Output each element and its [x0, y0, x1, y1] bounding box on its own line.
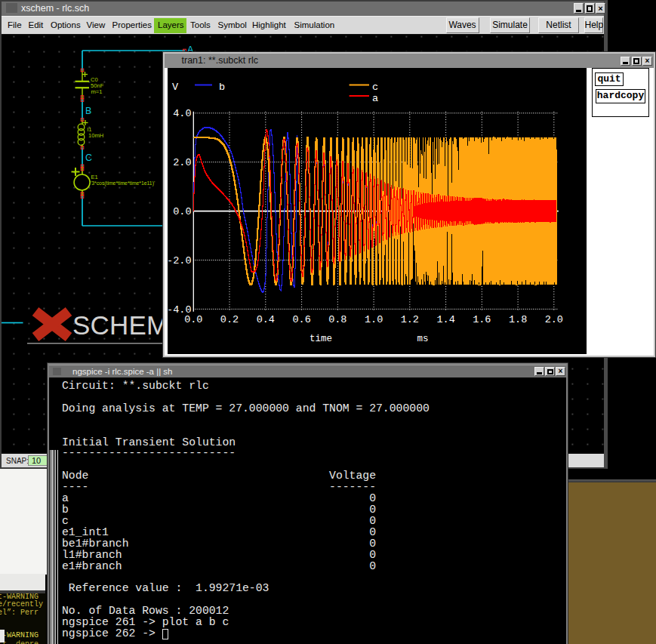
svg-text:b: b: [219, 82, 225, 93]
svg-text:0.0: 0.0: [173, 206, 191, 217]
svg-text:-2.0: -2.0: [168, 255, 192, 267]
svg-text:2.0: 2.0: [173, 157, 191, 168]
svg-text:c: c: [372, 82, 378, 93]
svg-text:1.0: 1.0: [365, 314, 383, 325]
svg-text:0.6: 0.6: [292, 314, 310, 325]
svg-text:ms: ms: [417, 334, 428, 344]
svg-text:1.4: 1.4: [436, 314, 454, 325]
svg-text:0.2: 0.2: [220, 314, 239, 325]
svg-text:1.6: 1.6: [473, 314, 491, 325]
svg-text:V: V: [172, 82, 179, 93]
svg-text:2.0: 2.0: [545, 314, 563, 325]
svg-text:0.0: 0.0: [184, 314, 202, 325]
svg-text:time: time: [310, 334, 332, 344]
svg-text:1.2: 1.2: [401, 314, 419, 325]
svg-text:0.8: 0.8: [328, 314, 346, 325]
svg-text:0.4: 0.4: [257, 314, 275, 325]
svg-text:1.8: 1.8: [509, 314, 527, 325]
svg-text:a: a: [372, 93, 378, 104]
svg-text:4.0: 4.0: [173, 108, 191, 119]
